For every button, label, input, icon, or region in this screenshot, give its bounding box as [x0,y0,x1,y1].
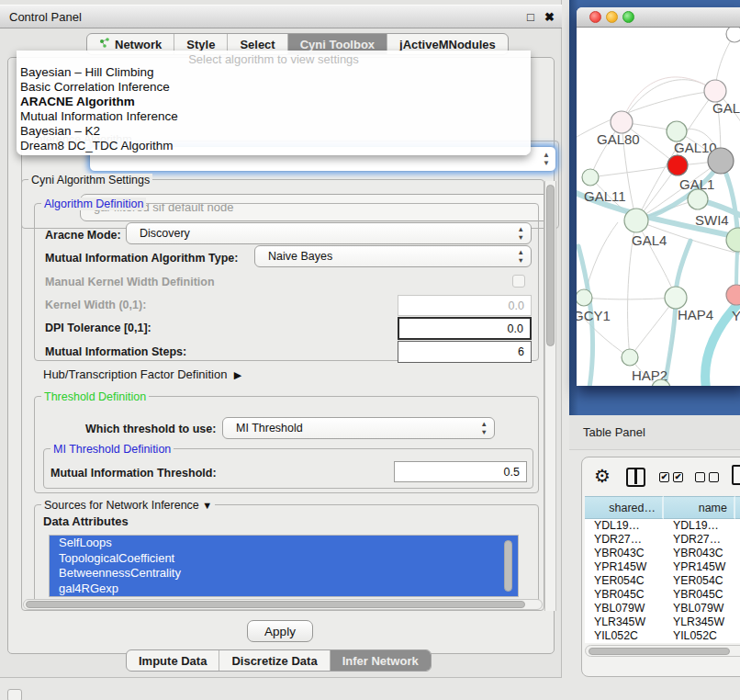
close-traffic-light[interactable] [589,11,601,23]
network-node-y[interactable] [726,285,740,305]
table-cell[interactable]: 13 [735,519,740,533]
network-node-hap4[interactable] [665,287,687,309]
list-item[interactable]: TopologicalCoefficient [50,551,518,567]
float-panel-icon[interactable]: □ [527,10,534,24]
checked-pair-icon[interactable]: ✔✔ [659,472,683,482]
network-node-gal80[interactable] [611,111,633,133]
mi-type-combobox[interactable]: Naive Bayes ▲▼ [254,245,532,267]
table-row[interactable]: YBR045CYBR045C9. [585,588,740,602]
dpi-tolerance-field[interactable]: 0.0 [398,317,532,340]
settings-vscrollbar-thumb[interactable] [546,185,555,346]
minimized-panel-icon[interactable] [7,689,22,700]
network-node-label: GAL11 [584,188,626,204]
apply-button[interactable]: Apply [247,620,313,642]
bottom-tab-discretize-data[interactable]: Discretize Data [219,650,330,671]
network-node[interactable] [726,228,740,252]
table-hscrollbar[interactable] [585,645,740,657]
table-cell[interactable]: YDL19… [664,519,735,533]
table-cell[interactable]: 9. [735,560,740,574]
bottom-tab-infer-network[interactable]: Infer Network [331,650,431,671]
columns-icon[interactable] [626,468,645,487]
table-row[interactable]: YER054CYER054C8. [585,574,740,588]
table-cell[interactable]: YDL19… [585,519,664,533]
settings-hscrollbar[interactable] [23,599,543,610]
table-cell[interactable]: YIL052C [585,629,664,643]
table-row[interactable]: YIL052CYIL052C9 [585,629,740,643]
table-cell[interactable]: YLR345W [664,615,735,629]
table-cell[interactable]: YLR345W [585,615,664,629]
network-node-gal4[interactable] [624,209,648,232]
table-cell[interactable]: YBL079W [585,602,664,615]
table-row[interactable]: YDR27…YDR27…12 [585,533,740,547]
minimize-traffic-light[interactable] [606,11,618,23]
list-item[interactable]: BetweennessCentrality [50,566,518,581]
kernel-width-field[interactable]: 0.0 [398,295,532,316]
mi-threshold-field[interactable]: 0.5 [394,461,527,482]
network-node-label: GAL4 [632,232,667,248]
aracne-mode-label: Aracne Mode: [45,229,121,242]
sources-toggle[interactable]: Sources for Network Inference ▼ [41,499,215,512]
mi-steps-field[interactable]: 6 [398,341,532,363]
expanded-arrow-icon: ▼ [202,500,212,511]
table-cell[interactable]: 12 [735,533,740,547]
dropdown-item[interactable]: Basic Correlation Inference [17,80,531,95]
column-header[interactable]: name [664,496,735,519]
table-cell[interactable]: 8. [735,574,740,588]
table-cell[interactable] [735,547,740,560]
dropdown-item[interactable]: Bayesian – Hill Climbing [17,65,531,80]
bottom-tab-impute-data[interactable]: Impute Data [127,650,219,671]
table-cell[interactable]: 9. [735,588,740,602]
table-cell[interactable]: YIL052C [664,629,735,643]
table-cell[interactable]: YPR145W [585,560,664,574]
network-node-gal1[interactable] [667,155,688,175]
table-row[interactable]: YDL19…YDL19…13 [585,519,740,533]
column-header[interactable]: shared… [585,496,664,519]
network-node-gal7[interactable] [704,80,726,102]
gear-icon[interactable]: ⚙ [594,465,611,487]
aracne-mode-combobox[interactable]: Discovery ▲▼ [126,222,532,244]
table-row[interactable]: YLR345WYLR345W9. [585,615,740,629]
table-cell[interactable]: YBR043C [585,547,664,560]
table-cell[interactable]: 9 [735,629,740,643]
network-node-gcy1[interactable] [577,289,592,306]
table-cell[interactable]: YBR045C [664,588,735,602]
table-cell[interactable]: YDR27… [585,533,664,547]
table-cell[interactable]: YER054C [664,574,735,588]
file-icon[interactable] [732,465,740,485]
unchecked-pair-icon[interactable] [695,472,719,482]
dropdown-item[interactable]: ARACNE Algorithm [17,95,531,109]
list-vscrollbar-thumb[interactable] [504,540,512,592]
network-node-gal10[interactable] [667,121,687,141]
table-cell[interactable]: YPR145W [664,560,735,574]
table-cell[interactable]: YBR043C [664,547,735,560]
table-cell[interactable] [735,602,740,615]
manual-kernel-checkbox[interactable] [512,275,525,288]
which-threshold-combobox[interactable]: MI Threshold ▲▼ [222,417,495,439]
table-cell[interactable]: 9. [735,615,740,629]
table-cell[interactable]: YBL079W [664,602,735,615]
table-row[interactable]: YPR145WYPR145W9. [585,560,740,574]
network-node[interactable] [726,28,740,42]
list-item[interactable]: SelfLoops [50,536,518,551]
table-row[interactable]: YBR043CYBR043C [585,547,740,560]
table-cell[interactable]: YER054C [585,574,664,588]
table-cell[interactable]: YDR27… [664,533,735,547]
table-row[interactable]: YBL079WYBL079W [585,602,740,615]
zoom-traffic-light[interactable] [622,11,634,23]
network-node-swi4[interactable] [688,189,708,209]
network-node-hap2[interactable] [622,349,638,366]
table-cell[interactable]: YBR045C [585,588,664,602]
network-canvas[interactable]: GAL7GAL80GAL10GAL1GAL11SWI4GAL4GCY1HAP4Y… [577,28,740,386]
table-hscrollbar-thumb[interactable] [589,648,730,655]
settings-vscrollbar[interactable] [544,181,556,611]
close-panel-icon[interactable]: ✖ [544,10,555,24]
list-item[interactable]: gal4RGexp [50,581,518,597]
dropdown-item[interactable]: Mutual Information Inference [17,109,531,124]
dropdown-item[interactable]: Dream8 DC_TDC Algorithm [17,139,531,153]
column-header[interactable]: A [735,496,740,519]
hub-definition-toggle[interactable]: Hub/Transcription Factor Definition ▶ [43,367,241,381]
network-node-gal11[interactable] [582,169,599,186]
network-node[interactable] [708,148,734,174]
dropdown-item[interactable]: Bayesian – K2 [17,124,531,139]
settings-hscrollbar-thumb[interactable] [26,601,525,608]
